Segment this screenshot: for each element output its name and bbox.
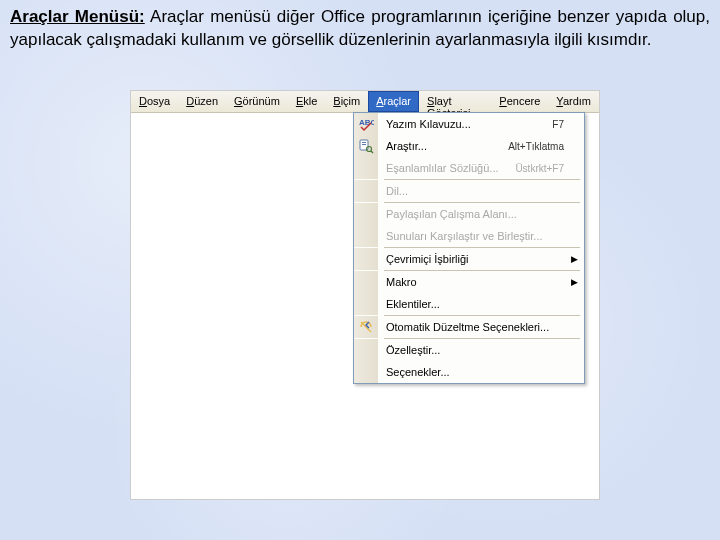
menu-item-dil: Dil... <box>354 180 584 202</box>
menu-item-araştır[interactable]: Araştır...Alt+Tıklatma <box>354 135 584 157</box>
submenu-arrow-icon: ▶ <box>571 254 578 264</box>
menu-item-eklentiler[interactable]: Eklentiler... <box>354 293 584 315</box>
blank-icon <box>354 339 378 361</box>
menu-item-shortcut: Alt+Tıklatma <box>508 141 584 152</box>
menu-ekle[interactable]: Ekle <box>288 91 325 112</box>
blank-icon <box>354 157 378 179</box>
description-text: Araçlar Menüsü: Araçlar menüsü diğer Off… <box>0 0 720 60</box>
menu-düzen[interactable]: Düzen <box>178 91 226 112</box>
menu-item-paylaşılan-çalışma-alanı: Paylaşılan Çalışma Alanı... <box>354 203 584 225</box>
blank-icon <box>354 180 378 202</box>
menu-biçim[interactable]: Biçim <box>325 91 368 112</box>
blank-icon <box>354 293 378 315</box>
menu-yardım[interactable]: Yardım <box>548 91 599 112</box>
svg-line-5 <box>371 151 373 153</box>
menu-araçlar[interactable]: Araçlar <box>368 91 419 112</box>
menu-item-makro[interactable]: Makro▶ <box>354 271 584 293</box>
blank-icon <box>354 271 378 293</box>
blank-icon <box>354 248 378 270</box>
svg-rect-2 <box>362 142 366 143</box>
menu-item-sunuları-karşılaştır-ve-birleştir: Sunuları Karşılaştır ve Birleştir... <box>354 225 584 247</box>
menu-item-label: Özelleştir... <box>378 344 584 356</box>
menu-dosya[interactable]: Dosya <box>131 91 178 112</box>
description-title: Araçlar Menüsü: <box>10 7 145 26</box>
menu-item-label: Eşanlamlılar Sözlüğü... <box>378 162 515 174</box>
menu-item-label: Makro <box>378 276 584 288</box>
menubar: DosyaDüzenGörünümEkleBiçimAraçlarSlayt G… <box>131 91 599 113</box>
autocorrect-icon <box>354 316 378 338</box>
blank-icon <box>354 225 378 247</box>
menu-item-label: Araştır... <box>378 140 508 152</box>
menu-item-label: Sunuları Karşılaştır ve Birleştir... <box>378 230 584 242</box>
menu-item-seçenekler[interactable]: Seçenekler... <box>354 361 584 383</box>
menu-item-label: Otomatik Düzeltme Seçenekleri... <box>378 321 584 333</box>
menu-item-label: Paylaşılan Çalışma Alanı... <box>378 208 584 220</box>
svg-text:ABC: ABC <box>359 118 374 127</box>
menu-slayt-gösterisi[interactable]: Slayt Gösterisi <box>419 91 491 112</box>
menu-item-shortcut: F7 <box>552 119 584 130</box>
menu-item-label: Eklentiler... <box>378 298 584 310</box>
spellcheck-icon: ABC <box>354 113 378 135</box>
menu-item-label: Yazım Kılavuzu... <box>378 118 552 130</box>
research-icon <box>354 135 378 157</box>
menu-item-label: Seçenekler... <box>378 366 584 378</box>
menu-item-çevrimiçi-i-şbirliği[interactable]: Çevrimiçi İşbirliği▶ <box>354 248 584 270</box>
blank-icon <box>354 361 378 383</box>
menu-item-label: Çevrimiçi İşbirliği <box>378 253 584 265</box>
svg-rect-3 <box>362 144 366 145</box>
blank-icon <box>354 203 378 225</box>
menu-item-özelleştir[interactable]: Özelleştir... <box>354 339 584 361</box>
menu-pencere[interactable]: Pencere <box>491 91 548 112</box>
menu-item-yazım-kılavuzu[interactable]: ABCYazım Kılavuzu...F7 <box>354 113 584 135</box>
menu-item-otomatik-düzeltme-seçenekleri[interactable]: Otomatik Düzeltme Seçenekleri... <box>354 316 584 338</box>
menu-görünüm[interactable]: Görünüm <box>226 91 288 112</box>
menu-item-eşanlamlılar-sözlüğü: Eşanlamlılar Sözlüğü...Üstkrkt+F7 <box>354 157 584 179</box>
menu-item-label: Dil... <box>378 185 584 197</box>
menu-item-shortcut: Üstkrkt+F7 <box>515 163 584 174</box>
tools-dropdown: ABCYazım Kılavuzu...F7Araştır...Alt+Tıkl… <box>353 112 585 384</box>
submenu-arrow-icon: ▶ <box>571 277 578 287</box>
